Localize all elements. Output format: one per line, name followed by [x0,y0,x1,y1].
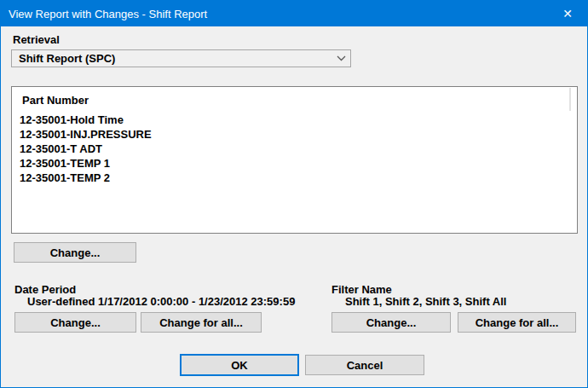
part-list-items: 12-35001-Hold Time 12-35001-INJ.PRESSURE… [20,113,572,185]
scrollbar-thumb[interactable] [569,88,571,111]
filter-change-button[interactable]: Change... [331,312,451,333]
dialog-window: View Report with Changes - Shift Report … [0,0,588,388]
ok-button[interactable]: OK [180,354,299,376]
date-change-for-all-button[interactable]: Change for all... [141,312,262,333]
chevron-down-icon [331,55,350,61]
part-change-button[interactable]: Change... [14,242,136,263]
close-icon: ✕ [562,7,573,20]
retrieval-selected-value: Shift Report (SPC) [12,52,331,65]
titlebar[interactable]: View Report with Changes - Shift Report [1,1,587,26]
filter-name-value: Shift 1, Shift 2, Shift 3, Shift All [345,295,506,308]
date-period-label: Date Period [14,283,76,296]
part-number-listbox[interactable]: Part Number 12-35001-Hold Time 12-35001-… [11,86,578,234]
window-title: View Report with Changes - Shift Report [1,8,207,20]
retrieval-dropdown[interactable]: Shift Report (SPC) [11,49,351,67]
filter-name-label: Filter Name [331,283,392,296]
retrieval-label: Retrieval [13,33,60,46]
list-item[interactable]: 12-35001-Hold Time [20,113,572,127]
close-button[interactable]: ✕ [548,1,587,26]
list-item[interactable]: 12-35001-T ADT [20,142,572,156]
list-item[interactable]: 12-35001-INJ.PRESSURE [20,127,572,142]
date-period-value: User-defined 1/17/2012 0:00:00 - 1/23/20… [27,295,295,308]
date-change-button[interactable]: Change... [14,312,136,333]
list-item[interactable]: 12-35001-TEMP 1 [20,156,572,171]
list-item[interactable]: 12-35001-TEMP 2 [20,171,572,185]
cancel-button[interactable]: Cancel [305,355,424,375]
filter-change-for-all-button[interactable]: Change for all... [458,312,576,333]
part-list-header: Part Number [22,94,89,107]
